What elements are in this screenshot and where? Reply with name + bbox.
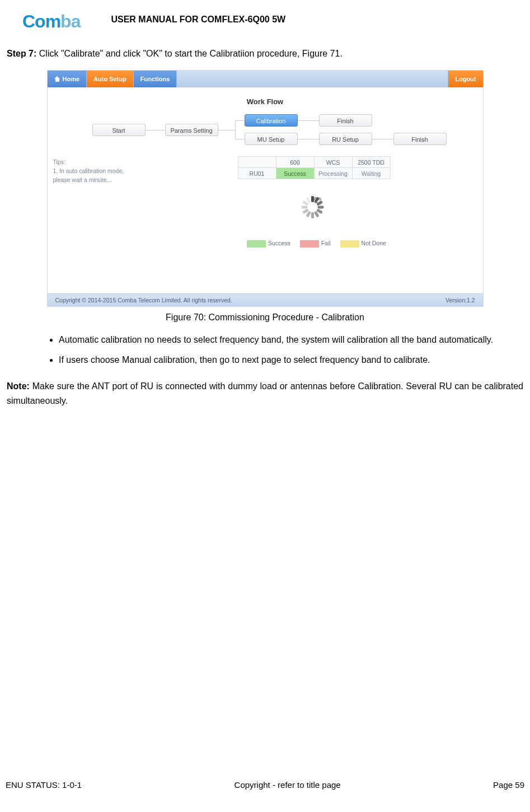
app-screenshot: Home Auto Setup Functions Logout Work Fl… <box>47 70 484 307</box>
nav-auto-label: Auto Setup <box>93 76 126 82</box>
page-footer: ENU STATUS: 1-0-1 Copyright - refer to t… <box>6 780 524 790</box>
brand-logo: Comba <box>22 11 80 32</box>
document-title: USER MANUAL FOR COMFLEX-6Q00 5W <box>111 15 285 25</box>
status-cell-waiting: Waiting <box>352 168 390 179</box>
status-col-blank <box>238 157 276 168</box>
status-row-label: RU01 <box>238 168 276 179</box>
wf-node-calibration: Calibration <box>245 114 298 127</box>
nav-home-button[interactable]: Home <box>48 71 87 87</box>
wf-node-params: Params Setting <box>165 124 218 136</box>
nav-logout-label: Logout <box>455 76 476 82</box>
status-col-2500tdd: 2500 TDD <box>352 157 390 168</box>
nav-functions-button[interactable]: Functions <box>134 71 177 87</box>
workflow-title: Work Flow <box>48 97 483 106</box>
step-instruction: Step 7: Click "Calibrate" and click "OK"… <box>7 49 524 59</box>
status-legend: Success Fail Not Done <box>165 240 461 248</box>
list-item: If users choose Manual calibration, then… <box>59 351 519 369</box>
step-label: Step 7: <box>7 49 36 58</box>
legend-success-label: Success <box>268 240 290 246</box>
bullet-list: Automatic calibration no needs to select… <box>6 331 524 369</box>
note-body: Make sure the ANT port of RU is connecte… <box>7 381 523 405</box>
legend-success-swatch <box>247 240 266 248</box>
list-item: Automatic calibration no needs to select… <box>59 331 519 349</box>
legend-notdone-swatch <box>340 240 359 248</box>
app-version: Version:1.2 <box>445 297 475 304</box>
footer-page-number: Page 59 <box>493 780 524 790</box>
app-navbar: Home Auto Setup Functions Logout <box>48 71 483 87</box>
nav-logout-button[interactable]: Logout <box>448 71 482 87</box>
footer-status: ENU STATUS: 1-0-1 <box>6 780 82 790</box>
home-icon <box>54 76 60 82</box>
wf-node-mu-setup: MU Setup <box>245 133 298 145</box>
status-table: 600 WCS 2500 TDD RU01 Success Processing… <box>238 156 391 179</box>
table-row: 600 WCS 2500 TDD <box>238 157 390 168</box>
status-cell-processing: Processing <box>314 168 352 179</box>
nav-auto-setup-button[interactable]: Auto Setup <box>87 71 134 87</box>
nav-functions-label: Functions <box>140 76 170 82</box>
app-footer: Copyright © 2014-2015 Comba Telecom Limi… <box>48 293 483 306</box>
workflow-diagram: Start Params Setting Calibration Finish … <box>70 111 461 148</box>
spinner-percent: 66% <box>311 196 314 202</box>
legend-notdone-label: Not Done <box>362 240 386 246</box>
note-paragraph: Note: Make sure the ANT port of RU is co… <box>6 379 524 408</box>
table-row: RU01 Success Processing Waiting <box>238 168 390 179</box>
app-copyright: Copyright © 2014-2015 Comba Telecom Limi… <box>55 297 232 304</box>
tips-panel: Tips: 1. In auto calibration mode, pleas… <box>48 153 143 282</box>
wf-node-ru-setup: RU Setup <box>319 133 372 145</box>
nav-home-label: Home <box>63 76 80 82</box>
legend-fail-swatch <box>300 240 319 248</box>
logo-part-a: Com <box>22 11 60 31</box>
note-label: Note: <box>7 381 30 391</box>
figure-caption: Figure 70: Commissioning Procedure - Cal… <box>6 312 524 323</box>
step-text: Click "Calibrate" and click "OK" to star… <box>36 49 343 58</box>
logo-part-b: ba <box>60 11 80 31</box>
status-cell-success: Success <box>276 168 314 179</box>
legend-fail-label: Fail <box>321 240 331 246</box>
status-col-wcs: WCS <box>314 157 352 168</box>
status-col-600: 600 <box>276 157 314 168</box>
wf-node-start: Start <box>92 124 146 136</box>
loading-spinner-icon: 66% <box>302 196 324 218</box>
tips-title: Tips: <box>53 158 137 167</box>
tips-body: 1. In auto calibration mode, please wait… <box>53 167 137 185</box>
wf-node-finish-top: Finish <box>319 114 372 127</box>
footer-copyright: Copyright - refer to title page <box>234 780 341 790</box>
wf-node-finish-bottom: Finish <box>393 133 447 145</box>
